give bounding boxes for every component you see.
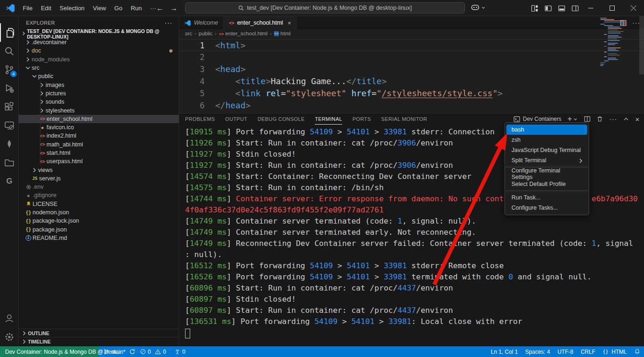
status-html[interactable]: {}HTML — [603, 349, 627, 355]
terminal-profile-dropdown-icon[interactable] — [573, 117, 578, 122]
toggle-primary-sidebar-icon[interactable] — [544, 5, 552, 12]
menu-item-run-task[interactable]: Run Task... — [506, 192, 587, 203]
breadcrumb-item-public[interactable]: public — [199, 31, 212, 36]
panel-tab-problems[interactable]: PROBLEMS — [185, 113, 215, 125]
activity-explorer-icon[interactable] — [0, 23, 19, 42]
kill-terminal-icon[interactable] — [597, 116, 603, 122]
breadcrumb-item-enter-school-html[interactable]: <>enter_school.html — [219, 31, 268, 36]
status-crlf[interactable]: CRLF — [581, 349, 595, 355]
tree-item-license[interactable]: LICENSE — [19, 200, 179, 208]
customize-layout-icon[interactable] — [531, 5, 538, 12]
terminal-profile[interactable]: Dev Containers — [513, 116, 562, 123]
menu-item-select-default-profile[interactable]: Select Default Profile — [506, 179, 587, 189]
toggle-panel-icon[interactable] — [558, 5, 565, 12]
tree-item-public[interactable]: public — [19, 72, 179, 80]
activity-project-folder-icon[interactable] — [0, 153, 19, 172]
menu-go[interactable]: Go — [110, 3, 126, 13]
window-maximize-button[interactable] — [601, 0, 623, 16]
status-utf-8[interactable]: UTF-8 — [558, 349, 573, 355]
status-ln-1-col-1[interactable]: Ln 1, Col 1 — [491, 349, 518, 355]
panel-tab-output[interactable]: OUTPUT — [225, 113, 247, 125]
toggle-secondary-sidebar-icon[interactable] — [571, 5, 579, 12]
activity-settings-icon[interactable] — [0, 328, 19, 346]
activity-run-debug-icon[interactable] — [0, 79, 19, 98]
tree-item-package-json[interactable]: {}package.json — [19, 225, 179, 234]
tree-item-src[interactable]: src — [19, 64, 179, 72]
tree-item-gitignore[interactable]: ◆.gitignore — [19, 191, 179, 199]
tree-item-label: stylesheets — [46, 107, 75, 114]
tree-item-favicon-ico[interactable]: ★favicon.ico — [19, 123, 179, 132]
menu-item-bash[interactable]: bash — [506, 125, 587, 135]
menu-edit[interactable]: Edit — [37, 3, 55, 13]
nav-back-icon[interactable]: ← — [156, 4, 164, 13]
tree-item-doc[interactable]: doc — [19, 46, 179, 55]
remote-indicator[interactable]: Dev Container: Node.js & Mongo DB @ desk… — [0, 346, 99, 357]
project-root-row[interactable]: TEST_DEV [DEV CONTAINER: NODE.JS & MONGO… — [19, 30, 179, 38]
menu-view[interactable]: View — [89, 3, 110, 13]
tree-item-userpass-html[interactable]: <>userpass.html — [19, 157, 179, 165]
menu-item-configure-tasks[interactable]: Configure Tasks... — [506, 203, 587, 213]
notifications-bell-icon[interactable] — [634, 349, 640, 355]
activity-gitlens-icon[interactable]: G — [0, 172, 19, 191]
tree-item-start-html[interactable]: <>start.html — [19, 149, 179, 157]
editor-tab-welcome[interactable]: Welcome — [179, 16, 224, 29]
close-panel-icon[interactable]: × — [635, 115, 639, 123]
menu-run[interactable]: Run — [126, 3, 146, 13]
close-tab-icon[interactable]: × — [288, 20, 292, 26]
tree-item-stylesheets[interactable]: stylesheets — [19, 106, 179, 114]
tree-item-server-js[interactable]: JSserver.js — [19, 174, 179, 183]
tree-item-sounds[interactable]: sounds — [19, 98, 179, 106]
code-editor[interactable]: 1<html>23<head>4 <title>Hacking Game...<… — [179, 39, 644, 113]
sidebar-section-outline[interactable]: OUTLINE — [19, 329, 179, 337]
window-close-button[interactable] — [623, 0, 644, 16]
menu-item-split-terminal[interactable]: Split Terminal — [506, 155, 587, 165]
editor-scrollbar[interactable] — [639, 16, 644, 74]
maximize-panel-icon[interactable] — [623, 116, 629, 122]
editor-tab-enter-school-html[interactable]: <> enter_school.html× — [224, 16, 297, 29]
tree-item-nodemon-json[interactable]: {}nodemon.json — [19, 208, 179, 217]
tree-item-index2-html[interactable]: <>index2.html — [19, 132, 179, 140]
activity-mongodb-icon[interactable] — [0, 135, 19, 153]
panel-more-actions-icon[interactable]: ··· — [609, 115, 617, 123]
tree-item-env[interactable]: .env — [19, 183, 179, 191]
split-terminal-icon[interactable] — [584, 116, 591, 122]
activity-account-icon[interactable] — [0, 309, 19, 328]
copilot-button[interactable] — [471, 3, 486, 12]
status-spaces-4[interactable]: Spaces: 4 — [525, 349, 550, 355]
menu-item-javascript-debug-terminal[interactable]: JavaScript Debug Terminal — [506, 145, 587, 155]
activity-remote-explorer-icon[interactable] — [0, 116, 19, 135]
sidebar-section-timeline[interactable]: TIMELINE — [19, 337, 179, 345]
tree-item-images[interactable]: images — [19, 80, 179, 89]
branch-indicator[interactable]: main* — [103, 349, 135, 355]
menu-selection[interactable]: Selection — [55, 3, 88, 13]
vscode-logo-icon[interactable] — [6, 3, 15, 13]
problems-indicator[interactable]: 0 0 — [140, 349, 166, 355]
tree-item-math-abi-html[interactable]: <>math_abi.html — [19, 140, 179, 149]
panel-tab-serial-monitor[interactable]: SERIAL MONITOR — [381, 113, 427, 125]
breadcrumb[interactable]: src›public›<>enter_school.html›<>html — [179, 29, 644, 38]
menu-file[interactable]: File — [19, 3, 37, 13]
panel-tab-debug-console[interactable]: DEBUG CONSOLE — [258, 113, 305, 125]
panel-tab-terminal[interactable]: TERMINAL — [315, 113, 342, 125]
breadcrumb-item-html[interactable]: <>html — [274, 31, 291, 36]
menu-item-configure-terminal-settings[interactable]: Configure Terminal Settings — [506, 169, 587, 179]
window-minimize-button[interactable] — [580, 0, 601, 16]
tree-item-devcontainer[interactable]: .devcontainer — [19, 38, 179, 46]
tree-item-pictures[interactable]: pictures — [19, 89, 179, 98]
ports-indicator[interactable]: 0 — [174, 349, 186, 355]
tree-item-enter-school-html[interactable]: <>enter_school.html — [19, 115, 179, 123]
activity-search-icon[interactable] — [0, 42, 19, 60]
tree-item-package-lock-json[interactable]: {}package-lock.json — [19, 217, 179, 225]
menu-item-zsh[interactable]: zsh — [506, 135, 587, 145]
breadcrumb-item-src[interactable]: src — [185, 31, 192, 36]
activity-source-control-icon[interactable]: 4 — [0, 60, 19, 79]
panel-tab-ports[interactable]: PORTS — [352, 113, 371, 125]
command-center-search[interactable]: test_dev [Dev Container: Node.js & Mongo… — [185, 2, 465, 13]
tree-item-node-modules[interactable]: node_modules — [19, 55, 179, 64]
activity-extensions-icon[interactable] — [0, 98, 19, 116]
nav-forward-icon[interactable]: → — [170, 4, 178, 13]
tree-item-readme-md[interactable]: iREADME.md — [19, 234, 179, 242]
explorer-more-actions-icon[interactable]: ··· — [165, 19, 173, 26]
tree-item-views[interactable]: views — [19, 165, 179, 174]
minimap[interactable] — [600, 18, 637, 66]
